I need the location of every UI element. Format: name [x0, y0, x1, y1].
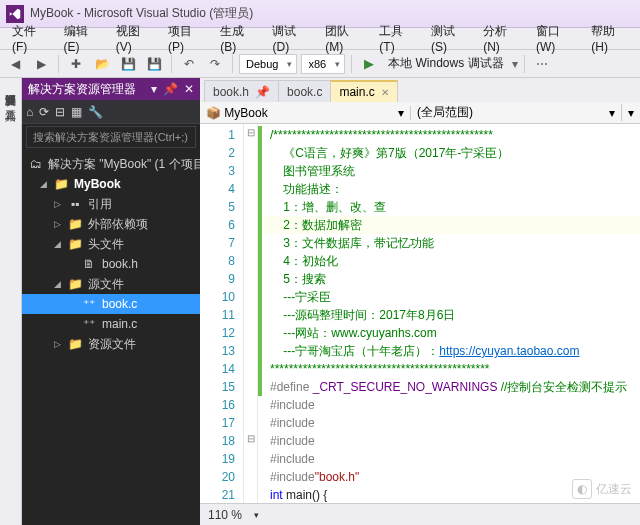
nav-member-combo[interactable]: ▾ [622, 106, 640, 120]
platform-combo[interactable]: x86 [301, 54, 345, 74]
open-icon[interactable]: 📂 [91, 53, 113, 75]
solution-explorer-panel: 解决方案资源管理器 ▾ 📌 ✕ ⌂ ⟳ ⊟ ▦ 🔧 搜索解决方案资源管理器(Ct… [22, 78, 200, 525]
solution-explorer-header: 解决方案资源管理器 ▾ 📌 ✕ [22, 78, 200, 100]
left-rail: 解决资源管理器 工具箱 [0, 78, 22, 525]
undo-icon[interactable]: ↶ [178, 53, 200, 75]
tab-mainc[interactable]: main.c✕ [330, 80, 397, 102]
menu-build[interactable]: 生成(B) [212, 21, 264, 56]
save-icon[interactable]: 💾 [117, 53, 139, 75]
panel-dropdown-icon[interactable]: ▾ [151, 82, 157, 96]
nav-bar: 📦 MyBook▾ (全局范围)▾ ▾ [200, 102, 640, 124]
home-icon[interactable]: ⌂ [26, 105, 33, 119]
source-files-node[interactable]: ◢📁源文件 [22, 274, 200, 294]
menu-window[interactable]: 窗口(W) [528, 21, 583, 56]
menu-help[interactable]: 帮助(H) [583, 21, 636, 56]
file-mainc[interactable]: ⁺⁺main.c [22, 314, 200, 334]
menu-test[interactable]: 测试(S) [423, 21, 475, 56]
menu-file[interactable]: 文件(F) [4, 21, 56, 56]
new-project-icon[interactable]: ✚ [65, 53, 87, 75]
h-file-icon: 🗎 [82, 257, 96, 271]
pin-icon[interactable]: 📌 [255, 85, 270, 99]
cpp-file-icon: ⁺⁺ [82, 317, 96, 331]
config-combo[interactable]: Debug [239, 54, 297, 74]
cpp-file-icon: ⁺⁺ [82, 297, 96, 311]
menu-view[interactable]: 视图(V) [108, 21, 160, 56]
menu-debug[interactable]: 调试(D) [264, 21, 317, 56]
nav-fwd-icon[interactable]: ▶ [30, 53, 52, 75]
redo-icon[interactable]: ↷ [204, 53, 226, 75]
watermark-logo-icon: ◐ [572, 479, 592, 499]
nav-back-icon[interactable]: ◀ [4, 53, 26, 75]
vs-logo-icon [6, 5, 24, 23]
solution-search-input[interactable]: 搜索解决方案资源管理器(Ctrl+;) [26, 126, 196, 148]
code-editor: book.h📌 book.c main.c✕ 📦 MyBook▾ (全局范围)▾… [200, 78, 640, 525]
menu-analyze[interactable]: 分析(N) [475, 21, 528, 56]
resource-files-node[interactable]: ▷📁资源文件 [22, 334, 200, 354]
file-bookc[interactable]: ⁺⁺book.c [22, 294, 200, 314]
editor-tabs: book.h📌 book.c main.c✕ [200, 78, 640, 102]
rail-toolbox[interactable]: 工具箱 [3, 98, 18, 106]
save-all-icon[interactable]: 💾 [143, 53, 165, 75]
references-icon: ▪▪ [68, 197, 82, 211]
tab-bookh[interactable]: book.h📌 [204, 80, 279, 102]
solution-tree: 🗂解决方案 "MyBook" (1 个项目) ◢📁MyBook ▷▪▪引用 ▷📁… [22, 150, 200, 525]
project-node[interactable]: ◢📁MyBook [22, 174, 200, 194]
menu-edit[interactable]: 编辑(E) [56, 21, 108, 56]
external-deps-node[interactable]: ▷📁外部依赖项 [22, 214, 200, 234]
start-debug-icon[interactable]: ▶ [358, 53, 380, 75]
menu-tools[interactable]: 工具(T) [371, 21, 423, 56]
watermark: ◐ 亿速云 [572, 479, 632, 499]
folder-icon: 📁 [68, 337, 82, 351]
nav-project-combo[interactable]: 📦 MyBook▾ [200, 106, 411, 120]
close-tab-icon[interactable]: ✕ [381, 87, 389, 98]
menu-bar: 文件(F) 编辑(E) 视图(V) 项目(P) 生成(B) 调试(D) 团队(M… [0, 28, 640, 50]
sync-icon[interactable]: ⟳ [39, 105, 49, 119]
launch-target[interactable]: 本地 Windows 调试器 [384, 55, 507, 72]
project-icon: 📁 [54, 177, 68, 191]
code-area[interactable]: 123456789101112131415161718192021222324 … [200, 124, 640, 503]
rail-solution-explorer[interactable]: 解决资源管理器 [3, 82, 18, 90]
properties-icon[interactable]: 🔧 [88, 105, 103, 119]
fold-gutter[interactable]: ⊟⊟⊟ [244, 124, 258, 503]
panel-title: 解决方案资源管理器 [28, 81, 136, 98]
references-node[interactable]: ▷▪▪引用 [22, 194, 200, 214]
folder-icon: 📁 [68, 277, 82, 291]
tab-bookc[interactable]: book.c [278, 80, 331, 102]
folder-icon: 📁 [68, 237, 82, 251]
folder-icon: 📁 [68, 217, 82, 231]
menu-team[interactable]: 团队(M) [317, 21, 371, 56]
menu-project[interactable]: 项目(P) [160, 21, 212, 56]
nav-scope-combo[interactable]: (全局范围)▾ [411, 104, 622, 121]
editor-statusbar: 110 % ▾ [200, 503, 640, 525]
window-title: MyBook - Microsoft Visual Studio (管理员) [30, 5, 253, 22]
solution-icon: 🗂 [30, 157, 42, 171]
zoom-level[interactable]: 110 % [208, 508, 242, 522]
panel-close-icon[interactable]: ✕ [184, 82, 194, 96]
panel-pin-icon[interactable]: 📌 [163, 82, 178, 96]
line-numbers: 123456789101112131415161718192021222324 [200, 124, 244, 503]
collapse-icon[interactable]: ⊟ [55, 105, 65, 119]
toolbar: ◀ ▶ ✚ 📂 💾 💾 ↶ ↷ Debug x86 ▶ 本地 Windows 调… [0, 50, 640, 78]
solution-node[interactable]: 🗂解决方案 "MyBook" (1 个项目) [22, 154, 200, 174]
solution-toolbar: ⌂ ⟳ ⊟ ▦ 🔧 [22, 100, 200, 124]
file-bookh[interactable]: 🗎book.h [22, 254, 200, 274]
header-files-node[interactable]: ◢📁头文件 [22, 234, 200, 254]
show-all-icon[interactable]: ▦ [71, 105, 82, 119]
toolbar-more-icon[interactable]: ⋯ [531, 53, 553, 75]
